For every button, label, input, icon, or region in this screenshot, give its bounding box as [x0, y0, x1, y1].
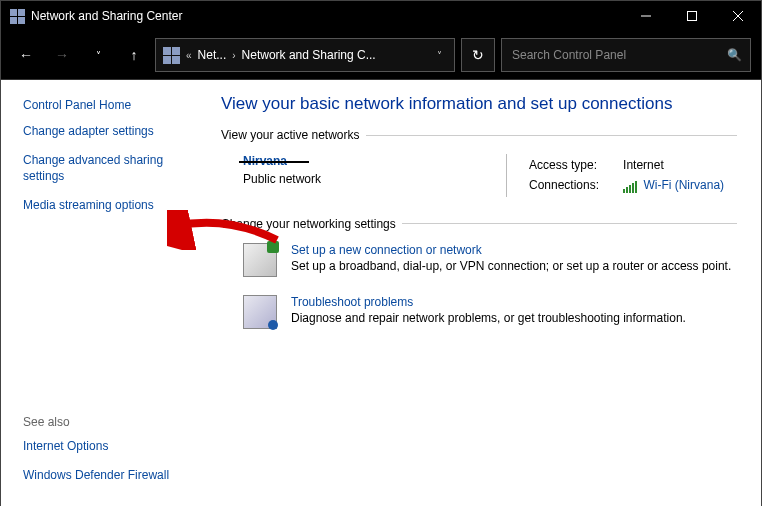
network-info-left: Nirvana Public network: [243, 154, 486, 197]
connection-link[interactable]: Wi-Fi (Nirvana): [643, 178, 724, 192]
troubleshoot-desc: Diagnose and repair network problems, or…: [291, 311, 686, 325]
chevron-right-icon: ›: [232, 50, 235, 61]
window-title: Network and Sharing Center: [31, 9, 182, 23]
svg-rect-1: [688, 12, 697, 21]
troubleshoot-icon: [243, 295, 277, 329]
media-streaming-link[interactable]: Media streaming options: [23, 198, 193, 214]
strike-overlay: [239, 161, 309, 163]
wifi-signal-icon: [623, 179, 638, 193]
divider: [366, 135, 737, 136]
setup-connection-option: Set up a new connection or network Set u…: [221, 243, 737, 277]
search-input[interactable]: [510, 47, 727, 63]
refresh-button[interactable]: ↻: [461, 38, 495, 72]
access-type-value: Internet: [605, 156, 728, 174]
main-panel: View your basic network information and …: [201, 80, 761, 506]
internet-options-link[interactable]: Internet Options: [23, 439, 193, 455]
app-icon: [9, 8, 25, 24]
troubleshoot-option: Troubleshoot problems Diagnose and repai…: [221, 295, 737, 329]
troubleshoot-link[interactable]: Troubleshoot problems: [291, 295, 686, 309]
active-networks-label: View your active networks: [221, 128, 360, 142]
back-button[interactable]: ←: [11, 40, 41, 70]
connections-label: Connections:: [529, 176, 603, 195]
title-bar: Network and Sharing Center: [1, 1, 761, 31]
network-name: Nirvana: [243, 154, 486, 168]
search-icon[interactable]: 🔍: [727, 48, 742, 62]
content-area: Control Panel Home Change adapter settin…: [1, 80, 761, 506]
change-settings-header: Change your networking settings: [221, 217, 737, 231]
windows-defender-firewall-link[interactable]: Windows Defender Firewall: [23, 468, 193, 484]
minimize-button[interactable]: [623, 1, 669, 31]
up-button[interactable]: ↑: [119, 40, 149, 70]
access-type-label: Access type:: [529, 156, 603, 174]
forward-button[interactable]: →: [47, 40, 77, 70]
maximize-button[interactable]: [669, 1, 715, 31]
setup-connection-link[interactable]: Set up a new connection or network: [291, 243, 731, 257]
nav-bar: ← → ˅ ↑ « Net... › Network and Sharing C…: [1, 31, 761, 80]
active-network-row: Nirvana Public network Access type: Inte…: [221, 154, 737, 197]
chevron-down-icon[interactable]: ˅: [431, 50, 448, 61]
divider: [402, 223, 737, 224]
active-networks-header: View your active networks: [221, 128, 737, 142]
breadcrumb[interactable]: « Net... › Network and Sharing C... ˅: [155, 38, 455, 72]
window: Network and Sharing Center ← → ˅ ↑ « Net…: [0, 0, 762, 506]
change-adapter-settings-link[interactable]: Change adapter settings: [23, 124, 193, 140]
setup-connection-icon: [243, 243, 277, 277]
network-info-right: Access type: Internet Connections: Wi-Fi…: [506, 154, 737, 197]
change-settings-label: Change your networking settings: [221, 217, 396, 231]
control-panel-icon: [162, 46, 180, 64]
setup-connection-desc: Set up a broadband, dial-up, or VPN conn…: [291, 259, 731, 273]
breadcrumb-item-2[interactable]: Network and Sharing C...: [242, 48, 376, 62]
search-box[interactable]: 🔍: [501, 38, 751, 72]
see-also-label: See also: [23, 415, 193, 429]
control-panel-home-link[interactable]: Control Panel Home: [23, 98, 193, 114]
network-type: Public network: [243, 172, 486, 186]
sidebar: Control Panel Home Change adapter settin…: [1, 80, 201, 506]
recent-locations-button[interactable]: ˅: [83, 40, 113, 70]
page-title: View your basic network information and …: [221, 94, 737, 114]
breadcrumb-prefix: «: [186, 50, 192, 61]
breadcrumb-item-1[interactable]: Net...: [198, 48, 227, 62]
change-advanced-sharing-link[interactable]: Change advanced sharing settings: [23, 153, 193, 184]
close-button[interactable]: [715, 1, 761, 31]
